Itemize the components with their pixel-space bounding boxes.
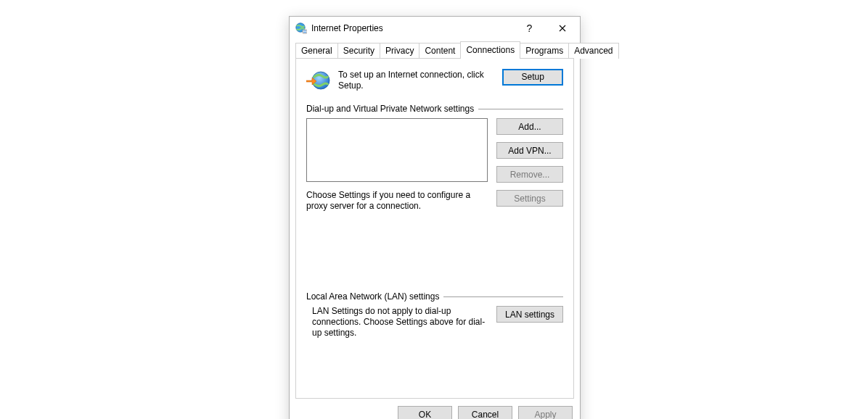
- remove-button[interactable]: Remove...: [496, 166, 563, 183]
- tab-panel-connections: To set up an Internet connection, click …: [295, 58, 574, 399]
- ok-button[interactable]: OK: [398, 406, 452, 419]
- separator-line: [443, 296, 563, 297]
- add-vpn-button[interactable]: Add VPN...: [496, 142, 563, 159]
- lan-group-label: Local Area Network (LAN) settings: [306, 291, 439, 302]
- lan-settings-button[interactable]: LAN settings: [496, 306, 563, 323]
- dialog-footer: OK Cancel Apply: [290, 399, 580, 419]
- lan-group-header: Local Area Network (LAN) settings: [306, 291, 563, 302]
- tab-connections[interactable]: Connections: [460, 41, 520, 58]
- tab-security[interactable]: Security: [337, 43, 380, 59]
- svg-rect-3: [303, 32, 306, 33]
- lan-hint-text: LAN Settings do not apply to dial-up con…: [306, 306, 488, 339]
- setup-instruction-text: To set up an Internet connection, click …: [338, 69, 495, 91]
- window-title: Internet Properties: [311, 23, 513, 33]
- tab-strip: General Security Privacy Content Connect…: [295, 41, 574, 58]
- apply-button[interactable]: Apply: [518, 406, 573, 419]
- tabs-container: General Security Privacy Content Connect…: [290, 40, 580, 399]
- internet-properties-dialog: Internet Properties ? General Security P…: [289, 16, 581, 419]
- separator-line: [478, 109, 563, 109]
- globe-arrow-icon: [306, 69, 331, 94]
- proxy-settings-hint: Choose Settings if you need to configure…: [306, 190, 488, 212]
- svg-rect-1: [303, 30, 307, 33]
- svg-rect-2: [303, 30, 306, 31]
- dialup-group-header: Dial-up and Virtual Private Network sett…: [306, 104, 563, 114]
- internet-options-icon: [295, 22, 307, 34]
- connections-listbox[interactable]: [306, 118, 488, 182]
- cancel-button[interactable]: Cancel: [458, 406, 512, 419]
- setup-button[interactable]: Setup: [502, 69, 563, 86]
- tab-advanced[interactable]: Advanced: [568, 43, 618, 59]
- close-button[interactable]: [546, 17, 578, 39]
- tab-programs[interactable]: Programs: [520, 43, 569, 59]
- tab-general[interactable]: General: [295, 43, 338, 59]
- settings-button[interactable]: Settings: [496, 190, 563, 207]
- add-button[interactable]: Add...: [496, 118, 563, 135]
- titlebar: Internet Properties ?: [290, 17, 580, 40]
- help-button[interactable]: ?: [513, 17, 546, 39]
- dialup-group-label: Dial-up and Virtual Private Network sett…: [306, 104, 474, 114]
- tab-privacy[interactable]: Privacy: [380, 43, 419, 59]
- tab-content[interactable]: Content: [419, 43, 461, 59]
